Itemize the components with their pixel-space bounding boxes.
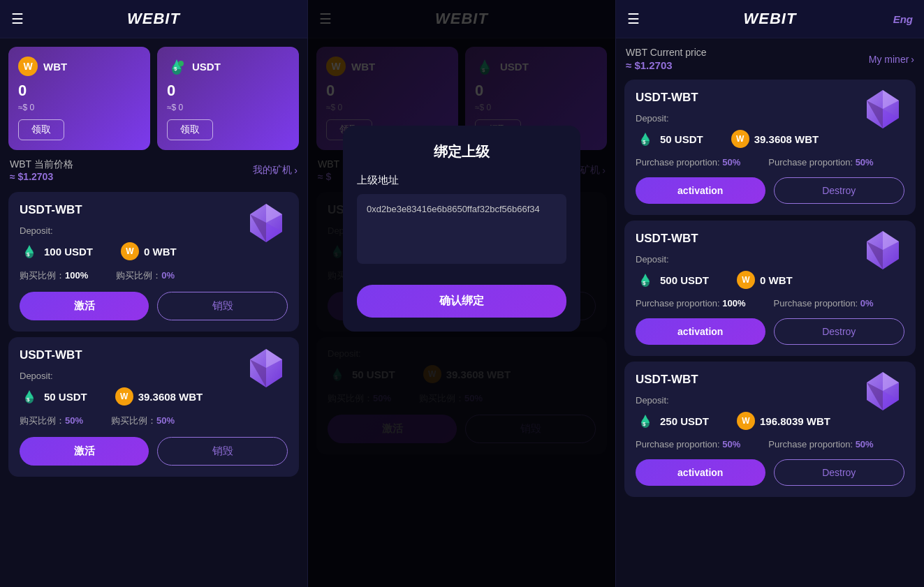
usdt-label-1: USDT	[192, 61, 221, 73]
dep-usdt-3-3: 250 USDT	[660, 415, 709, 427]
dep-wbt-3-2: 0 WBT	[760, 274, 793, 286]
proportion-row-1-1: 购买比例：100% 购买比例：0%	[20, 269, 288, 282]
crystal-icon-3-1	[860, 87, 906, 135]
svg-text:$: $	[643, 280, 646, 286]
wbt-icon-dep-1-2: W	[115, 387, 133, 406]
destroy-btn-3-1[interactable]: Destroy	[774, 177, 905, 204]
panel1-content: W WBT 0 ≈$ 0 领取 $ USDT 0 ≈$ 0 领取	[0, 38, 307, 587]
dep-usdt-3-2: 500 USDT	[660, 274, 709, 286]
usdt-icon-dep-1-1: $	[20, 242, 39, 261]
wbt-coin-icon-1: W	[18, 57, 38, 76]
svg-text:$: $	[27, 396, 30, 403]
panel-2: ☰ WEBIT W WBT 0 ≈$ 0 领取 $ USDT	[308, 0, 616, 587]
proportion-row-3-2: Purchase proportion: 100% Purchase propo…	[636, 298, 904, 309]
bind-superior-modal: 绑定上级 上级地址 0xd2be3e83416e6b8650ffaf32bcf5…	[308, 0, 615, 587]
prop1-1-1: 购买比例：100%	[20, 269, 88, 282]
action-row-3-3: activation Destroy	[636, 459, 904, 486]
deposit-amount-wbt-1-2: 39.3608 WBT	[138, 391, 203, 403]
usdt-drop-icon-1: $	[167, 57, 186, 76]
destroy-btn-3-2[interactable]: Destroy	[774, 318, 905, 345]
panel-3: ☰ WEBIT Eng WBT Current price ≈ $1.2703 …	[616, 0, 924, 587]
action-row-3-1: activation Destroy	[636, 177, 904, 204]
mining-card-3-3: USDT-WBT Deposit: $ 250 USDT W 196.8039 …	[624, 362, 916, 497]
wbt-price-section: WBT Current price ≈ $1.2703 My miner ›	[616, 38, 924, 74]
wbt-icon-3-2: W	[737, 271, 755, 289]
mining-card-1-2: USDT-WBT Deposit: $ 50 USDT W 39.3608 WB…	[8, 337, 299, 477]
my-miner-link-1[interactable]: 我的矿机 ›	[253, 164, 298, 177]
crystal-icon-1-1	[244, 200, 289, 248]
activate-btn-1-1[interactable]: 激活	[20, 292, 149, 320]
mining-card-3-2: USDT-WBT Deposit: $ 500 USDT W 0 WBT Pur…	[624, 221, 916, 356]
wbt-amount-1: 0	[18, 82, 140, 100]
usdt-balance-card-1: $ USDT 0 ≈$ 0 领取	[157, 47, 299, 150]
usdt-icon-dep-1-2: $	[20, 387, 39, 406]
menu-icon-3[interactable]: ☰	[627, 10, 640, 27]
modal-address-display: 0xd2be3e83416e6b8650ffaf32bcf56b66f34	[357, 194, 566, 264]
usdt-icon-3-1: $	[636, 129, 655, 149]
usdt-claim-btn-1[interactable]: 领取	[167, 119, 213, 140]
lang-selector[interactable]: Eng	[893, 13, 913, 25]
wbt-icon-3-3: W	[737, 412, 755, 430]
destroy-btn-3-3[interactable]: Destroy	[774, 459, 905, 486]
activate-btn-3-1[interactable]: activation	[636, 177, 765, 204]
crystal-icon-1-2	[244, 345, 289, 394]
mining-card-1-1: USDT-WBT Deposit: $ 100 USDT W 0 WBT 购买比…	[8, 192, 299, 332]
destroy-btn-1-2[interactable]: 销毁	[157, 437, 288, 466]
usdt-amount-1: 0	[167, 82, 289, 100]
proportion-row-1-2: 购买比例：50% 购买比例：50%	[20, 415, 288, 427]
svg-point-2	[178, 61, 184, 66]
crystal-icon-3-2	[860, 228, 906, 276]
wbt-claim-btn-1[interactable]: 领取	[18, 119, 64, 140]
my-miner-link-3[interactable]: My miner ›	[869, 54, 914, 65]
usdt-icon-3-2: $	[636, 270, 655, 290]
wbt-label-1: WBT	[43, 61, 67, 73]
dep-wbt-3-1: 39.3608 WBT	[754, 133, 819, 145]
prop1-1-2: 购买比例：50%	[20, 415, 83, 427]
balance-row-1: W WBT 0 ≈$ 0 领取 $ USDT 0 ≈$ 0 领取	[0, 38, 307, 150]
activate-btn-3-3[interactable]: activation	[636, 459, 765, 486]
panel1-title: WEBIT	[127, 10, 180, 28]
proportion-row-3-1: Purchase proportion: 50% Purchase propor…	[636, 157, 904, 168]
panel3-title: WEBIT	[744, 10, 797, 28]
wbt-icon-3-1: W	[731, 130, 749, 148]
action-row-1-2: 激活 销毁	[20, 437, 288, 466]
price-value-1: ≈ $1.2703	[10, 171, 73, 182]
price-row-1: WBT 当前价格 ≈ $1.2703 我的矿机 ›	[0, 150, 307, 186]
svg-text:$: $	[174, 66, 177, 72]
action-row-3-2: activation Destroy	[636, 318, 904, 345]
action-row-1-1: 激活 销毁	[20, 292, 288, 320]
modal-box: 绑定上级 上级地址 0xd2be3e83416e6b8650ffaf32bcf5…	[343, 126, 580, 332]
prop2-1-1: 购买比例：0%	[116, 269, 175, 282]
deposit-amount-usdt-1-1: 100 USDT	[44, 246, 93, 258]
panel3-header: ☰ WEBIT Eng	[616, 0, 924, 38]
proportion-row-3-3: Purchase proportion: 50% Purchase propor…	[636, 439, 904, 449]
wbt-usd-1: ≈$ 0	[18, 103, 140, 112]
confirm-bind-btn[interactable]: 确认绑定	[357, 285, 566, 318]
wbt-icon-dep-1-1: W	[121, 242, 139, 260]
wbt-price-val: ≈ $1.2703	[626, 59, 707, 71]
wbt-price-title: WBT Current price	[626, 47, 707, 58]
activate-btn-3-2[interactable]: activation	[636, 318, 765, 345]
wbt-balance-card-1: W WBT 0 ≈$ 0 领取	[8, 47, 150, 150]
deposit-amount-wbt-1-1: 0 WBT	[144, 246, 177, 258]
crystal-icon-3-3	[860, 369, 906, 417]
svg-text:$: $	[643, 421, 646, 427]
panel-1: ☰ WEBIT W WBT 0 ≈$ 0 领取 $ USDT	[0, 0, 308, 587]
panel1-header: ☰ WEBIT	[0, 0, 307, 38]
usdt-usd-1: ≈$ 0	[167, 103, 289, 112]
svg-text:$: $	[643, 139, 646, 145]
dep-usdt-3-1: 50 USDT	[660, 133, 703, 145]
activate-btn-1-2[interactable]: 激活	[20, 437, 149, 466]
price-label-1: WBT 当前价格	[10, 158, 73, 171]
prop2-1-2: 购买比例：50%	[111, 415, 175, 427]
menu-icon-1[interactable]: ☰	[11, 10, 24, 27]
modal-title: 绑定上级	[357, 142, 566, 161]
dep-wbt-3-3: 196.8039 WBT	[760, 415, 830, 427]
mining-card-3-1: USDT-WBT Deposit: $ 50 USDT W 39.3608 WB…	[624, 80, 916, 215]
svg-text:$: $	[27, 251, 30, 258]
deposit-amount-usdt-1-2: 50 USDT	[44, 391, 87, 403]
modal-field-label: 上级地址	[357, 174, 566, 187]
usdt-icon-3-3: $	[636, 411, 655, 431]
panel3-content: WBT Current price ≈ $1.2703 My miner ›	[616, 38, 924, 587]
destroy-btn-1-1[interactable]: 销毁	[157, 292, 288, 320]
